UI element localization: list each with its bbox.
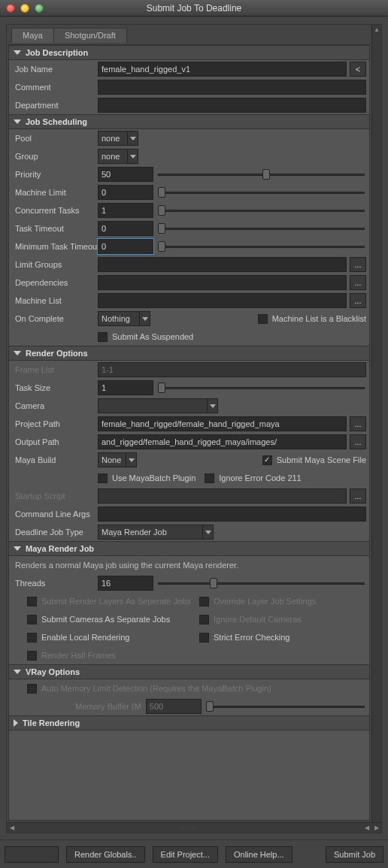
section-render-options[interactable]: Render Options — [9, 346, 369, 361]
task-size-slider[interactable] — [158, 380, 366, 395]
render-globals-button[interactable]: Render Globals.. — [66, 846, 145, 863]
submit-job-button[interactable]: Submit Job — [326, 846, 383, 863]
camera-select[interactable] — [98, 398, 208, 413]
checkbox-icon — [199, 615, 209, 625]
override-layer-label: Override Layer Job Settings — [214, 597, 316, 606]
ignore-211-checkbox[interactable]: Ignore Error Code 211 — [205, 473, 301, 483]
section-title: Maya Render Job — [26, 544, 94, 553]
on-complete-select-button[interactable] — [140, 311, 150, 326]
camera-select-button[interactable] — [208, 398, 218, 413]
mayabatch-checkbox[interactable]: Use MayaBatch Plugin — [98, 473, 196, 483]
project-path-label: Project Path — [15, 419, 98, 428]
task-size-label: Task Size — [15, 383, 98, 392]
job-name-input[interactable] — [98, 62, 347, 77]
auto-memory-checkbox: Auto Memory Limit Detection (Requires th… — [27, 684, 271, 694]
dependencies-browse-button[interactable]: ... — [350, 275, 366, 290]
comment-input[interactable] — [98, 80, 366, 95]
horizontal-scrollbar[interactable]: ◀ :::::::: ◀ ▶ — [7, 822, 381, 833]
min-task-timeout-input[interactable] — [98, 239, 153, 254]
cmdline-input[interactable] — [98, 507, 366, 522]
cmdline-label: Command Line Args — [15, 510, 98, 519]
maya-build-select[interactable]: None — [98, 452, 126, 467]
vertical-scrollbar[interactable]: ▲ — [371, 25, 381, 822]
dependencies-input[interactable] — [98, 275, 347, 290]
checkbox-icon — [98, 332, 108, 342]
min-task-timeout-slider[interactable] — [158, 239, 366, 254]
project-path-input[interactable] — [98, 416, 347, 431]
priority-input[interactable] — [98, 167, 153, 182]
chevron-right-icon — [14, 719, 18, 727]
jobtype-select[interactable]: Maya Render Job — [98, 525, 203, 540]
limit-groups-input[interactable] — [98, 257, 347, 272]
concurrent-tasks-input[interactable] — [98, 203, 153, 218]
limit-groups-browse-button[interactable]: ... — [350, 257, 366, 272]
task-timeout-input[interactable] — [98, 221, 153, 236]
pool-select[interactable]: none — [98, 131, 128, 146]
task-timeout-slider[interactable] — [158, 221, 366, 236]
strict-error-checkbox[interactable]: Strict Error Checking — [199, 633, 289, 643]
machine-list-input[interactable] — [98, 293, 347, 308]
tab-maya[interactable]: Maya — [11, 28, 54, 43]
blacklist-checkbox[interactable]: Machine List is a Blacklist — [258, 314, 366, 324]
department-input[interactable] — [98, 98, 366, 113]
priority-label: Priority — [15, 170, 98, 179]
task-size-input[interactable] — [98, 380, 153, 395]
submit-scene-label: Submit Maya Scene File — [277, 455, 366, 464]
button-bar: Render Globals.. Edit Project... Online … — [0, 839, 388, 868]
section-vray-options[interactable]: VRay Options — [9, 664, 369, 679]
section-job-scheduling[interactable]: Job Scheduling — [9, 114, 369, 129]
concurrent-tasks-slider[interactable] — [158, 203, 366, 218]
output-path-browse-button[interactable]: ... — [350, 434, 366, 449]
edit-project-button[interactable]: Edit Project... — [153, 846, 218, 863]
pool-select-button[interactable] — [128, 131, 138, 146]
threads-slider[interactable] — [158, 576, 366, 591]
section-title: VRay Options — [26, 667, 80, 676]
section-title: Job Scheduling — [26, 117, 87, 126]
maya-build-select-button[interactable] — [126, 452, 137, 467]
scroll-left-icon[interactable]: ◀ — [7, 824, 17, 831]
section-tile-rendering[interactable]: Tile Rendering — [9, 715, 369, 730]
online-help-button[interactable]: Online Help... — [226, 846, 293, 863]
priority-slider[interactable] — [158, 167, 366, 182]
submit-scene-checkbox[interactable]: Submit Maya Scene File — [262, 455, 366, 465]
resize-grip-icon[interactable]: :::::::: — [17, 825, 362, 830]
override-layer-checkbox: Override Layer Job Settings — [199, 597, 316, 606]
render-layers-checkbox: Submit Render Layers As Seperate Jobs — [27, 597, 199, 606]
local-rendering-checkbox[interactable]: Enable Local Rendering — [27, 633, 199, 643]
scroll-left2-icon[interactable]: ◀ — [362, 824, 371, 831]
machine-list-browse-button[interactable]: ... — [350, 293, 366, 308]
memory-buffer-slider — [206, 699, 366, 714]
half-frames-checkbox: Render Half Frames — [27, 651, 116, 661]
scroll-right-icon[interactable]: ▶ — [371, 824, 381, 831]
memory-buffer-label: Memory Buffer (M — [75, 702, 141, 711]
tab-shotgun[interactable]: Shotgun/Draft — [53, 28, 127, 43]
job-name-label: Job Name — [15, 65, 98, 74]
mayajob-desc: Renders a normal Maya job using the curr… — [15, 561, 238, 570]
chevron-down-icon — [14, 50, 21, 55]
section-job-description[interactable]: Job Description — [9, 45, 369, 60]
ignore-default-cameras-label: Ignore Default Cameras — [214, 615, 302, 624]
submit-suspended-checkbox[interactable]: Submit As Suspended — [98, 332, 193, 342]
threads-input[interactable] — [98, 576, 153, 591]
memory-buffer-input — [146, 699, 202, 714]
jobtype-select-button[interactable] — [203, 525, 214, 540]
output-path-label: Output Path — [15, 437, 98, 446]
on-complete-select[interactable]: Nothing — [98, 311, 140, 326]
chevron-down-icon — [14, 119, 21, 124]
ignore-default-cameras-checkbox: Ignore Default Cameras — [199, 615, 302, 625]
machine-limit-slider[interactable] — [158, 185, 366, 200]
job-name-reset-button[interactable]: < — [350, 62, 366, 77]
group-select[interactable]: none — [98, 149, 128, 164]
checkbox-icon — [258, 314, 268, 324]
project-path-browse-button[interactable]: ... — [350, 416, 366, 431]
output-path-input[interactable] — [98, 434, 347, 449]
scroll-up-icon[interactable]: ▲ — [372, 25, 381, 35]
machine-limit-input[interactable] — [98, 185, 153, 200]
pipeline-tools-button[interactable] — [5, 846, 59, 863]
submit-cameras-checkbox[interactable]: Submit Cameras As Separate Jobs — [27, 615, 199, 625]
mayabatch-label: Use MayaBatch Plugin — [112, 473, 196, 482]
group-select-button[interactable] — [128, 149, 138, 164]
section-maya-render-job[interactable]: Maya Render Job — [9, 541, 369, 556]
checkbox-icon — [262, 455, 272, 465]
startup-script-browse-button[interactable]: ... — [350, 488, 366, 504]
